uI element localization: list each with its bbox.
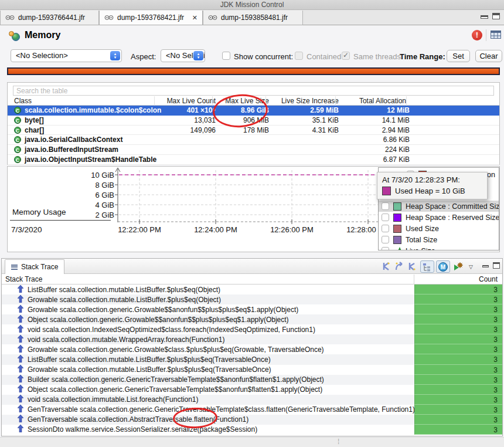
legend-item[interactable]: Live Size bbox=[379, 245, 499, 250]
y-tick-6gib: 6 GiB bbox=[79, 191, 114, 199]
panel-minimize-icon[interactable] bbox=[482, 265, 489, 267]
show-concurrent-label: Show concurrent: bbox=[234, 52, 293, 61]
aspect-label: Aspect: bbox=[131, 52, 156, 61]
run-gear-icon[interactable] bbox=[453, 262, 462, 271]
column-total-allocation[interactable]: Total Allocation bbox=[359, 97, 406, 105]
page-title: Memory bbox=[25, 30, 60, 40]
stack-frame-count: 3 bbox=[414, 344, 502, 354]
header-separator bbox=[486, 29, 486, 41]
jfr-file-icon bbox=[5, 15, 15, 21]
legend-checkbox[interactable] bbox=[382, 225, 389, 232]
column-class[interactable]: Class bbox=[14, 97, 32, 105]
memory-page-icon bbox=[9, 31, 21, 42]
panel-maximize-icon[interactable] bbox=[493, 262, 500, 269]
legend-swatch-icon bbox=[393, 225, 401, 233]
stack-frame-text: SessionDto walkme.service.SessionSeriali… bbox=[28, 425, 257, 434]
minimize-view-icon[interactable] bbox=[481, 15, 488, 19]
aspect-dropdown[interactable]: <No Selection> ▲▼ bbox=[161, 49, 205, 62]
stack-frame-arrow-icon bbox=[18, 365, 23, 374]
tab-label: dump-1593766441.jfr bbox=[18, 13, 85, 22]
clear-button[interactable]: Clear bbox=[475, 50, 502, 62]
stack-frame-row[interactable]: Growable scala.collection.generic.Growab… bbox=[2, 344, 502, 354]
stack-frame-row[interactable]: ListBuffer scala.collection.mutable.List… bbox=[2, 285, 502, 294]
stack-frame-row[interactable]: Builder scala.collection.generic.Generic… bbox=[2, 375, 502, 385]
legend-checkbox[interactable] bbox=[382, 247, 389, 250]
stack-frame-row[interactable]: void scala.collection.mutable.WrappedArr… bbox=[2, 334, 502, 344]
tab-dump-1593766441[interactable]: dump-1593766441.jfr bbox=[0, 11, 99, 25]
stack-frame-count: 3 bbox=[414, 334, 502, 344]
legend-checkbox[interactable] bbox=[382, 214, 389, 221]
nav-previous-frame-icon[interactable] bbox=[382, 262, 391, 271]
legend-checkbox[interactable] bbox=[382, 202, 389, 210]
stack-frame-row[interactable]: GenTraversable scala.collection.generic.… bbox=[2, 405, 502, 415]
maximize-view-icon[interactable] bbox=[492, 13, 500, 19]
legend-item[interactable]: Used Size bbox=[379, 223, 499, 234]
x-tick-1222: 12:22:00 PM bbox=[110, 225, 169, 234]
stack-trace-tabbar: Stack Trace M ▽ bbox=[2, 259, 502, 274]
stack-frame-row[interactable]: Growable scala.collection.generic.Growab… bbox=[2, 304, 502, 314]
stack-frame-row[interactable]: Object scala.collection.generic.Growable… bbox=[2, 314, 502, 324]
time-range-navigator[interactable] bbox=[7, 67, 500, 75]
set-button[interactable]: Set bbox=[447, 50, 470, 62]
show-concurrent-checkbox[interactable] bbox=[222, 52, 230, 60]
selection-dropdown[interactable]: <No Selection> ▲▼ bbox=[11, 49, 122, 62]
tree-view-toggle[interactable] bbox=[420, 260, 434, 273]
stack-frame-arrow-icon bbox=[18, 335, 23, 344]
legend-swatch-icon bbox=[393, 202, 401, 211]
error-badge-icon[interactable]: ! bbox=[472, 30, 482, 40]
tab-close-icon[interactable]: ✕ bbox=[192, 14, 197, 22]
class-table-row[interactable]: C java.io.SerialCallbackContext 6.86 KiB bbox=[8, 135, 499, 145]
nav-swap-frame-icon[interactable] bbox=[394, 262, 404, 271]
x-tick-1226: 12:26:00 PM bbox=[263, 225, 321, 234]
legend-swatch-icon bbox=[393, 214, 401, 222]
tab-dump-1593858481[interactable]: dump-1593858481.jfr bbox=[203, 11, 303, 25]
stack-frame-row[interactable]: Object scala.collection.generic.GenericT… bbox=[2, 385, 502, 395]
column-live-size-increase[interactable]: Live Size Increase bbox=[281, 97, 339, 105]
stack-frame-row[interactable]: Growable scala.collection.mutable.ListBu… bbox=[2, 294, 502, 304]
sash-handle-icon[interactable]: ⁞ bbox=[338, 438, 340, 446]
legend-swatch-icon bbox=[393, 247, 401, 251]
stack-frame-row[interactable]: void scala.collection.immutable.List.for… bbox=[2, 395, 502, 405]
column-max-live-count[interactable]: Max Live Count bbox=[167, 97, 216, 105]
legend-checkbox[interactable] bbox=[382, 236, 389, 243]
stack-frame-count: 3 bbox=[414, 375, 502, 385]
column-count[interactable]: Count bbox=[479, 275, 498, 283]
stack-frame-row[interactable]: void scala.collection.IndexedSeqOptimize… bbox=[2, 324, 502, 334]
nav-next-frame-icon[interactable] bbox=[407, 262, 417, 271]
search-input[interactable] bbox=[13, 86, 494, 96]
stack-frame-row[interactable]: GenTraversable scala.collection.Abstract… bbox=[2, 415, 502, 425]
legend-item[interactable]: Total Size bbox=[379, 234, 499, 245]
stack-frame-row[interactable]: Growable scala.collection.mutable.ListBu… bbox=[2, 365, 502, 375]
stack-frame-count: 3 bbox=[414, 385, 502, 395]
stack-frame-row[interactable]: ListBuffer scala.collection.mutable.List… bbox=[2, 354, 502, 364]
class-icon: C bbox=[14, 127, 21, 134]
live-size-increase-value: 35.1 KiB bbox=[312, 116, 339, 124]
dropdown-stepper-icon[interactable]: ▲▼ bbox=[193, 51, 203, 60]
y-tick-4gib: 4 GiB bbox=[79, 201, 114, 209]
total-allocation-value: 12 MiB bbox=[387, 106, 410, 114]
column-stack-trace[interactable]: Stack Trace bbox=[5, 275, 42, 283]
table-settings-icon[interactable] bbox=[491, 31, 501, 40]
class-name: byte[] bbox=[25, 116, 44, 124]
tab-label: dump-1593858481.jfr bbox=[221, 13, 288, 22]
legend-item[interactable]: Heap Space : Committed Size bbox=[379, 201, 499, 212]
stack-frame-row[interactable]: SessionDto walkme.service.SessionSeriali… bbox=[2, 425, 502, 435]
dropdown-stepper-icon[interactable]: ▲▼ bbox=[110, 51, 120, 60]
class-table-row[interactable]: C char[] 149,096 178 MiB 4.31 KiB 2.94 M… bbox=[8, 126, 499, 136]
class-table-row[interactable]: C java.io.BufferedInputStream 224 KiB bbox=[8, 145, 499, 155]
column-separator bbox=[414, 275, 414, 285]
class-table-row[interactable]: C java.io.ObjectInputStream$HandleTable … bbox=[8, 155, 499, 165]
bottom-sash[interactable]: ⁞ bbox=[0, 437, 504, 447]
view-menu-chevron-icon[interactable]: ▽ bbox=[469, 264, 473, 270]
stack-frame-text: ListBuffer scala.collection.mutable.List… bbox=[28, 286, 220, 294]
stack-trace-tab[interactable]: Stack Trace bbox=[5, 259, 64, 274]
method-profiling-toggle[interactable]: M bbox=[436, 260, 450, 273]
stack-frame-count: 3 bbox=[414, 425, 502, 435]
time-range-label: Time Range: bbox=[400, 52, 445, 61]
class-icon: C bbox=[14, 136, 21, 143]
tab-dump-1593768421[interactable]: dump-1593768421.jfr ✕ bbox=[99, 11, 203, 25]
class-name: char[] bbox=[25, 126, 44, 134]
stack-trace-table-header[interactable]: Stack Trace Count bbox=[2, 275, 502, 285]
max-live-size-value: 178 MiB bbox=[243, 126, 269, 134]
legend-item[interactable]: Heap Space : Reserved Size bbox=[379, 212, 499, 223]
